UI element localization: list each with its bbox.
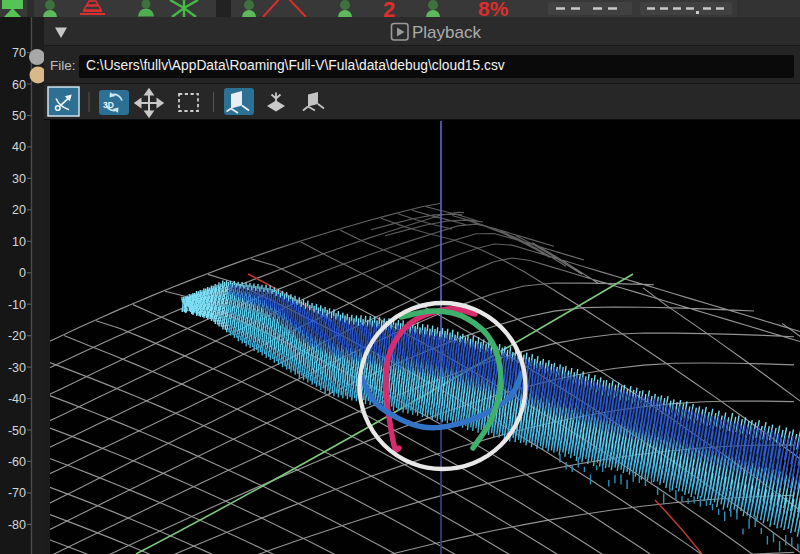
- svg-text:40: 40: [12, 140, 26, 154]
- svg-text:-70: -70: [8, 486, 26, 500]
- svg-text:-30: -30: [8, 361, 26, 375]
- svg-text:0: 0: [19, 266, 26, 280]
- svg-text:60: 60: [12, 78, 26, 92]
- svg-text:-50: -50: [8, 424, 26, 438]
- svg-text:70: 70: [12, 46, 26, 60]
- svg-text:2: 2: [383, 0, 395, 17]
- svg-text:Playback: Playback: [412, 23, 481, 42]
- svg-text:8%: 8%: [478, 0, 509, 17]
- svg-text:-40: -40: [8, 392, 26, 406]
- svg-text:30: 30: [12, 172, 26, 186]
- svg-text:20: 20: [12, 203, 26, 217]
- svg-text:-20: -20: [8, 329, 26, 343]
- svg-text:10: 10: [12, 235, 26, 249]
- svg-text:-80: -80: [8, 518, 26, 532]
- svg-text:-10: -10: [8, 298, 26, 312]
- svg-text:50: 50: [12, 109, 26, 123]
- svg-text:-60: -60: [8, 455, 26, 469]
